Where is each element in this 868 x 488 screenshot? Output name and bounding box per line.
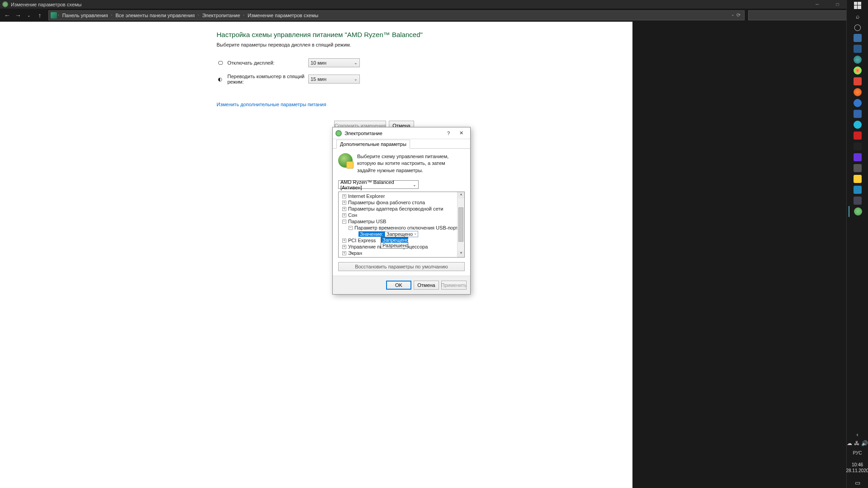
pinned-app[interactable] bbox=[849, 130, 867, 141]
tree-item-screen[interactable]: Экран bbox=[348, 250, 362, 256]
tree-item-usb-suspend[interactable]: Параметр временного отключения USB-порта bbox=[354, 225, 461, 230]
recent-button[interactable]: ⌄ bbox=[24, 10, 34, 20]
action-center-button[interactable]: ▭ bbox=[849, 477, 867, 488]
scroll-down-button[interactable]: ▾ bbox=[458, 251, 464, 257]
expand-button[interactable]: + bbox=[342, 213, 346, 217]
onedrive-icon[interactable]: ☁ bbox=[847, 440, 852, 446]
scroll-thumb[interactable] bbox=[458, 207, 463, 242]
pinned-app[interactable] bbox=[849, 108, 867, 119]
collapse-button[interactable]: − bbox=[342, 220, 346, 224]
ok-button[interactable]: OK bbox=[386, 281, 411, 290]
restore-defaults-button[interactable]: Восстановить параметры по умолчанию bbox=[338, 262, 465, 271]
crumb-control-panel[interactable]: Панель управления bbox=[60, 13, 110, 18]
pinned-app[interactable] bbox=[849, 152, 867, 163]
refresh-button[interactable]: ⟳ bbox=[736, 12, 741, 18]
tree-item-ie[interactable]: Internet Explorer bbox=[348, 193, 385, 199]
maximize-button[interactable]: □ bbox=[827, 0, 848, 9]
time-text: 10:46 bbox=[846, 462, 868, 468]
running-app[interactable] bbox=[849, 206, 867, 217]
start-button[interactable] bbox=[849, 0, 867, 11]
expand-button[interactable]: + bbox=[342, 251, 346, 255]
expand-button[interactable]: + bbox=[342, 239, 346, 243]
tree-item-sleep[interactable]: Сон bbox=[348, 212, 357, 218]
expand-button[interactable]: + bbox=[342, 245, 346, 249]
chevron-right-icon: › bbox=[111, 13, 113, 17]
clock[interactable]: 10:46 28.11.2020 bbox=[846, 462, 868, 474]
pinned-app[interactable] bbox=[849, 163, 867, 174]
help-button[interactable]: ? bbox=[442, 131, 455, 136]
pinned-app[interactable] bbox=[849, 195, 867, 206]
tree-item-multimedia[interactable]: Параметры мультимедиа bbox=[348, 257, 406, 258]
network-icon[interactable]: 🖧 bbox=[854, 440, 859, 446]
tray-expand-button[interactable]: ‹ bbox=[849, 429, 867, 440]
tree-item-desktop-bg[interactable]: Параметры фона рабочего стола bbox=[348, 200, 425, 205]
value-dropdown[interactable]: Запрещено bbox=[385, 231, 418, 237]
dialog-title: Электропитание bbox=[344, 131, 382, 136]
chevron-right-icon: › bbox=[198, 13, 199, 17]
up-button[interactable]: ↑ bbox=[35, 10, 45, 20]
collapse-button[interactable]: − bbox=[349, 226, 353, 230]
app-icon bbox=[854, 88, 862, 96]
app-icon bbox=[854, 186, 862, 194]
dialog-titlebar[interactable]: Электропитание ? ✕ bbox=[333, 127, 470, 139]
pinned-app[interactable] bbox=[849, 119, 867, 130]
pinned-app[interactable] bbox=[849, 76, 867, 87]
sleep-icon: ◐ bbox=[217, 75, 224, 83]
task-view-button[interactable]: ◯ bbox=[849, 22, 867, 33]
dialog-tabs: Дополнительные параметры bbox=[333, 139, 470, 149]
expand-button[interactable]: + bbox=[342, 207, 346, 211]
pinned-app[interactable] bbox=[849, 174, 867, 184]
expand-button[interactable]: + bbox=[342, 201, 346, 205]
pinned-app[interactable] bbox=[849, 65, 867, 76]
apply-button[interactable]: Применить bbox=[441, 281, 467, 290]
pinned-app[interactable] bbox=[849, 184, 867, 195]
power-plan-dropdown[interactable]: AMD Ryzen™ Balanced [Активен] ⌄ bbox=[338, 180, 419, 189]
tab-advanced[interactable]: Дополнительные параметры bbox=[336, 140, 410, 149]
crumb-edit-plan[interactable]: Изменение параметров схемы bbox=[245, 13, 321, 18]
display-off-dropdown[interactable]: 10 мин ⌄ bbox=[308, 58, 360, 67]
pinned-app[interactable] bbox=[849, 98, 867, 108]
minimize-button[interactable]: ─ bbox=[807, 0, 827, 9]
option-enabled[interactable]: Разрешено bbox=[381, 243, 408, 248]
scroll-up-button[interactable]: ▴ bbox=[458, 192, 464, 198]
search-button[interactable]: ⌕ bbox=[849, 11, 867, 22]
app-icon bbox=[854, 45, 862, 53]
tree-scrollbar[interactable]: ▴ ▾ bbox=[457, 192, 464, 257]
notification-icon: ▭ bbox=[855, 479, 860, 486]
svg-rect-5 bbox=[854, 2, 857, 5]
pinned-app[interactable] bbox=[849, 54, 867, 65]
breadcrumb[interactable]: › Панель управления › Все элементы панел… bbox=[48, 10, 745, 20]
value-label: Значение: bbox=[359, 231, 385, 237]
addr-dropdown-icon[interactable]: ⌄ bbox=[731, 12, 735, 18]
expand-button[interactable]: + bbox=[342, 258, 346, 258]
chrome-icon bbox=[854, 66, 862, 75]
advanced-settings-link[interactable]: Изменить дополнительные параметры питани… bbox=[217, 102, 326, 107]
app-icon bbox=[854, 34, 862, 42]
pinned-app[interactable] bbox=[849, 43, 867, 54]
crumb-power[interactable]: Электропитание bbox=[200, 13, 242, 18]
power-icon bbox=[854, 207, 862, 216]
tree-item-pcie[interactable]: PCI Express bbox=[348, 238, 376, 243]
display-off-label: Отключать дисплей: bbox=[227, 60, 308, 66]
sleep-dropdown[interactable]: 15 мин ⌄ bbox=[308, 75, 360, 84]
power-options-icon bbox=[2, 1, 8, 7]
dialog-close-button[interactable]: ✕ bbox=[455, 130, 467, 136]
sleep-label: Переводить компьютер в спящий режим: bbox=[227, 74, 308, 84]
pinned-app[interactable] bbox=[849, 33, 867, 43]
back-button[interactable]: ← bbox=[2, 10, 12, 20]
pinned-app[interactable] bbox=[849, 141, 867, 152]
dialog-cancel-button[interactable]: Отмена bbox=[414, 281, 439, 290]
forward-button[interactable]: → bbox=[13, 10, 23, 20]
app-icon bbox=[854, 153, 862, 161]
volume-icon[interactable]: 🔊 bbox=[861, 440, 868, 446]
tree-item-wireless[interactable]: Параметры адаптера беспроводной сети bbox=[348, 206, 443, 211]
expand-button[interactable]: + bbox=[342, 194, 346, 198]
option-disabled[interactable]: Запрещено bbox=[381, 237, 408, 243]
settings-tree[interactable]: +Internet Explorer +Параметры фона рабоч… bbox=[338, 192, 465, 258]
crumb-all-items[interactable]: Все элементы панели управления bbox=[113, 13, 197, 18]
language-indicator[interactable]: РУС bbox=[853, 450, 862, 455]
taskbar[interactable]: ⌕ ◯ ‹ ☁ 🖧 🔊 РУС 10:46 28.11.2020 ▭ bbox=[846, 0, 868, 488]
pinned-app[interactable] bbox=[849, 87, 867, 98]
tree-item-usb[interactable]: Параметры USB bbox=[348, 219, 386, 224]
svg-rect-7 bbox=[854, 5, 857, 9]
